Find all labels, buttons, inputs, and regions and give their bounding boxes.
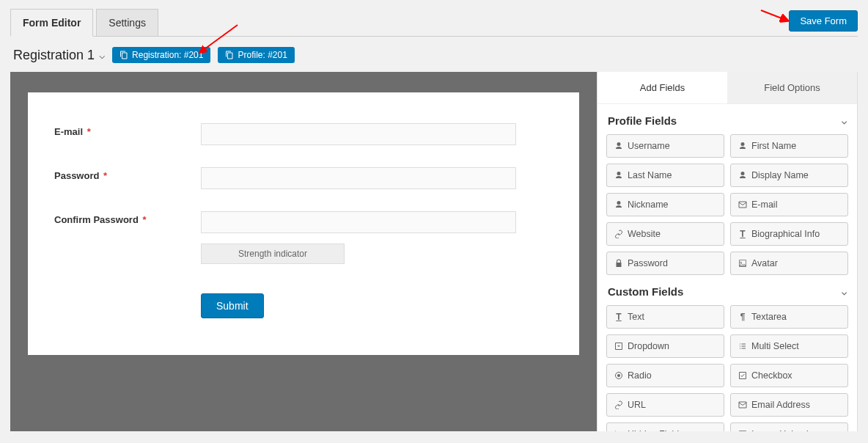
field-checkbox[interactable]: Checkbox [730, 364, 848, 387]
field-last-name[interactable]: Last Name [606, 164, 724, 187]
form-title-text: Registration 1 [13, 48, 95, 63]
field-url[interactable]: URL [606, 393, 724, 417]
text-icon: T [738, 229, 747, 239]
form-canvas: E-mail * Password * Confirm Password * S… [10, 72, 597, 431]
field-multi-select[interactable]: Multi Select [730, 334, 848, 358]
sidebar-panel: Add Fields Field Options Profile Fields … [597, 72, 858, 431]
field-hidden[interactable]: Hidden Field [606, 422, 724, 431]
field-avatar[interactable]: Avatar [730, 252, 848, 275]
chevron-down-icon: ⌵ [99, 49, 105, 61]
svg-point-3 [617, 374, 620, 377]
field-password[interactable]: Password [606, 252, 724, 275]
confirm-password-label: Confirm Password * [54, 211, 201, 225]
field-image-upload[interactable]: Image Upload [730, 422, 848, 431]
svg-line-4 [616, 431, 622, 432]
profile-fields-section[interactable]: Profile Fields ⌵ [605, 104, 850, 134]
copy-icon [225, 51, 234, 59]
email-label: E-mail * [54, 123, 201, 137]
radio-icon [614, 371, 623, 380]
user-icon [614, 142, 623, 150]
registration-badge-label: Registration: #201 [132, 50, 203, 60]
registration-badge[interactable]: Registration: #201 [112, 47, 210, 63]
password-field[interactable] [201, 167, 516, 189]
user-icon [738, 142, 747, 150]
profile-badge-label: Profile: #201 [238, 50, 287, 60]
field-first-name[interactable]: First Name [730, 134, 848, 158]
lock-icon [614, 259, 623, 268]
chevron-down-icon: ⌵ [842, 116, 847, 126]
field-textarea[interactable]: ¶Textarea [730, 305, 848, 329]
user-icon [614, 171, 623, 180]
form-preview: E-mail * Password * Confirm Password * S… [28, 92, 579, 355]
tab-field-options[interactable]: Field Options [727, 72, 857, 103]
link-icon [614, 230, 623, 238]
form-title[interactable]: Registration 1 ⌵ [13, 48, 105, 63]
field-text[interactable]: TText [606, 305, 724, 329]
caret-square-icon [614, 342, 623, 351]
field-email-address[interactable]: Email Address [730, 393, 848, 417]
strength-indicator: Strength indicator [201, 244, 345, 264]
field-biographical-info[interactable]: TBiographical Info [730, 222, 848, 246]
field-email[interactable]: E-mail [730, 193, 848, 216]
chevron-down-icon: ⌵ [842, 287, 847, 297]
custom-fields-section[interactable]: Custom Fields ⌵ [605, 275, 850, 305]
tab-form-editor[interactable]: Form Editor [10, 9, 93, 37]
copy-icon [119, 51, 128, 59]
mail-icon [738, 200, 747, 209]
nav-tabs: Form Editor Settings [10, 7, 858, 37]
list-icon [738, 342, 747, 351]
check-square-icon [738, 371, 747, 380]
confirm-password-field[interactable] [201, 211, 516, 233]
field-radio[interactable]: Radio [606, 364, 724, 387]
field-username[interactable]: Username [606, 134, 724, 158]
paragraph-icon: ¶ [738, 312, 747, 322]
field-website[interactable]: Website [606, 222, 724, 246]
tab-settings[interactable]: Settings [96, 9, 158, 36]
field-nickname[interactable]: Nickname [606, 193, 724, 216]
image-icon [738, 259, 747, 268]
profile-badge[interactable]: Profile: #201 [218, 47, 294, 63]
user-icon [614, 200, 623, 209]
section-title: Custom Fields [608, 285, 683, 298]
user-icon [738, 171, 747, 180]
text-icon: T [614, 312, 623, 322]
image-icon [738, 430, 747, 431]
submit-button[interactable]: Submit [201, 293, 264, 318]
section-title: Profile Fields [608, 114, 677, 127]
mail-icon [738, 400, 747, 409]
link-icon [614, 400, 623, 409]
email-field[interactable] [201, 123, 516, 145]
eye-slash-icon [614, 430, 623, 431]
field-dropdown[interactable]: Dropdown [606, 334, 724, 358]
field-display-name[interactable]: Display Name [730, 164, 848, 187]
tab-add-fields[interactable]: Add Fields [597, 72, 727, 103]
password-label: Password * [54, 167, 201, 181]
save-form-button[interactable]: Save Form [789, 10, 858, 32]
